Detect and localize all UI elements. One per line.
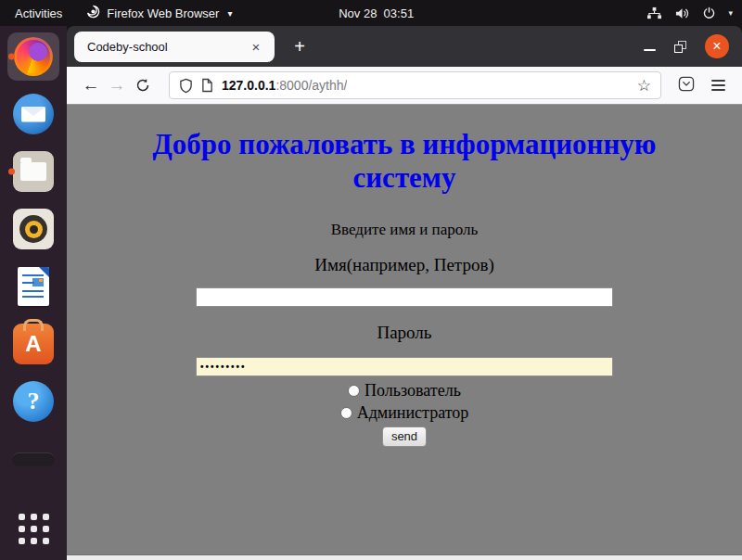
restore-button[interactable]: [674, 41, 686, 53]
app-grid-icon: [19, 514, 49, 544]
chevron-down-icon: ▾: [227, 8, 232, 19]
tab-codeby-school[interactable]: Codeby-school ×: [74, 32, 275, 62]
name-label: Имя(например, Петров): [67, 255, 742, 275]
thunderbird-icon: [13, 94, 54, 134]
tab-close-icon[interactable]: ×: [247, 37, 265, 56]
firefox-icon: [14, 37, 53, 76]
role-option-user[interactable]: Пользователь: [67, 382, 742, 400]
login-instruction: Введите имя и пароль: [67, 221, 742, 239]
tab-bar: Codeby-school × + ×: [67, 26, 742, 67]
tab-title: Codeby-school: [87, 40, 168, 54]
minimize-button[interactable]: [644, 49, 656, 51]
url-host: 127.0.0.1: [222, 78, 275, 93]
dark-app-icon: [12, 452, 55, 466]
window-bottom-edge: [67, 554, 742, 560]
dock-item-thunderbird[interactable]: [7, 90, 59, 138]
running-indicator: [8, 169, 15, 175]
volume-icon[interactable]: [674, 6, 690, 20]
forward-button[interactable]: →: [104, 72, 130, 98]
address-bar[interactable]: 127.0.0.1:8000/aythh/ ☆: [169, 71, 661, 99]
shield-icon[interactable]: [179, 78, 193, 94]
password-input[interactable]: [196, 357, 613, 376]
password-label: Пароль: [67, 323, 742, 343]
network-icon[interactable]: [646, 6, 662, 20]
system-menu-chevron-icon[interactable]: ▾: [728, 8, 733, 18]
dock-item-app-grid[interactable]: [7, 504, 59, 553]
page-info-icon[interactable]: [201, 78, 213, 93]
pocket-icon[interactable]: [678, 76, 695, 95]
dock-item-files[interactable]: [7, 147, 59, 196]
dock-item-rhythmbox[interactable]: [7, 205, 59, 253]
dock-item-help[interactable]: ?: [7, 377, 59, 426]
firefox-window: Codeby-school × + × ← →: [67, 26, 742, 560]
menu-hamburger-icon[interactable]: [711, 80, 725, 91]
ubuntu-software-icon: A: [13, 324, 54, 364]
radio-user-label: Пользователь: [365, 382, 461, 400]
page-viewport: Добро пожаловать в информационную систем…: [67, 105, 742, 554]
gnome-top-bar: Activities Firefox Web Browser ▾ Nov 28 …: [0, 0, 742, 26]
name-input[interactable]: [196, 287, 613, 307]
activities-button[interactable]: Activities: [11, 5, 66, 22]
new-tab-button[interactable]: +: [286, 32, 313, 60]
url-text: 127.0.0.1:8000/aythh/: [222, 78, 347, 93]
window-close-button[interactable]: ×: [705, 34, 729, 58]
page-title: Добро пожаловать в информационную систем…: [126, 128, 683, 196]
dock-item-dark-app[interactable]: [7, 435, 59, 483]
dock-item-libreoffice-writer[interactable]: [7, 262, 59, 311]
libreoffice-writer-icon: [18, 267, 49, 306]
running-indicator: [8, 54, 15, 60]
back-button[interactable]: ←: [78, 72, 104, 98]
radio-admin-label: Администратор: [357, 404, 469, 422]
dock-item-ubuntu-software[interactable]: A: [7, 320, 59, 368]
bookmark-star-icon[interactable]: ☆: [637, 78, 651, 94]
url-path: :8000/aythh/: [275, 78, 347, 93]
send-button[interactable]: send: [382, 426, 427, 447]
dock-item-firefox[interactable]: [7, 32, 59, 81]
radio-admin[interactable]: [340, 407, 352, 419]
radio-user[interactable]: [348, 385, 360, 397]
role-option-admin[interactable]: Администратор: [67, 404, 742, 422]
ubuntu-dock: A ?: [0, 26, 67, 560]
help-icon: ?: [13, 381, 54, 422]
power-icon[interactable]: [702, 6, 716, 20]
reload-button[interactable]: [130, 72, 156, 98]
navigation-toolbar: ← → 127.0.0.1:8000/aythh/ ☆: [67, 67, 742, 105]
app-menu-button[interactable]: Firefox Web Browser ▾: [86, 5, 232, 21]
rhythmbox-icon: [13, 209, 54, 249]
files-icon: [13, 151, 54, 192]
app-menu-label: Firefox Web Browser: [107, 6, 219, 20]
clock[interactable]: Nov 28 03:51: [339, 0, 414, 26]
firefox-mini-icon: [86, 5, 100, 21]
